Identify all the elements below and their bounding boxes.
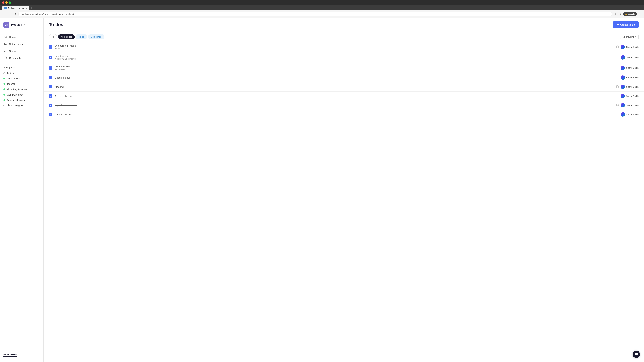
refresh-btn[interactable]: ↻ <box>15 13 17 15</box>
create-todo-btn[interactable]: + Create to-do <box>613 21 639 28</box>
todo-checkbox[interactable]: ✓ <box>49 94 52 98</box>
doc-icon <box>616 45 619 49</box>
window-max-btn[interactable] <box>9 1 11 4</box>
job-label: Marketing Associate <box>7 88 28 91</box>
doc-icon <box>616 85 619 88</box>
address-bar[interactable]: app.homerun.co/todos?owner=user&status=c… <box>18 12 612 16</box>
notifications-icon <box>3 42 7 46</box>
job-item-trainer[interactable]: Trainer <box>0 70 44 76</box>
assignee-name: Shane Smith <box>626 56 639 59</box>
todo-checkbox[interactable]: ✓ <box>49 66 52 69</box>
job-item-web-dev[interactable]: Web Developer <box>0 92 44 97</box>
window-controls <box>2 1 11 4</box>
menu-btn[interactable]: ⋮ <box>638 12 642 16</box>
job-item-visual-designer[interactable]: Visual Designer <box>0 103 44 108</box>
bookmark-btn[interactable]: ☆ <box>614 12 618 16</box>
todo-content: Sign the documents <box>55 104 614 107</box>
todo-assignee: Shane Smith <box>620 66 639 70</box>
todo-title: Give instructions <box>55 113 618 116</box>
filter-todo[interactable]: To-do <box>76 34 87 39</box>
new-tab-btn[interactable]: + <box>31 6 32 10</box>
page-title: To-dos <box>49 22 63 27</box>
todo-title: Meeting <box>55 85 614 88</box>
todo-checkbox[interactable]: ✓ <box>49 45 52 49</box>
assignee-name: Shane Smith <box>626 104 639 107</box>
extensions-btn[interactable]: ⧉ <box>619 12 622 16</box>
tab-bar: H To-dos - Homerun ✕ + <box>0 5 644 10</box>
notifications-label: Notifications <box>9 42 23 45</box>
todo-checkbox[interactable]: ✓ <box>49 85 52 88</box>
todo-meta: Shane Smith <box>620 94 639 98</box>
todo-item[interactable]: ✓ Docu Release Shane Smith <box>44 73 644 82</box>
grouping-dropdown[interactable]: No grouping ▾ <box>620 34 639 39</box>
todo-checkbox[interactable]: ✓ <box>49 56 52 59</box>
filter-all[interactable]: All <box>49 34 57 39</box>
todo-assignee: Shane Smith <box>620 85 639 89</box>
chat-bubble-btn[interactable] <box>632 351 640 358</box>
todo-item[interactable]: ✓ Meeting Shane Smith <box>44 82 644 91</box>
assignee-avatar <box>620 112 625 117</box>
todo-list: ✓ Onboarding Huddle today Shane Smith <box>44 42 644 362</box>
sidebar-item-home[interactable]: Home <box>0 33 44 40</box>
checkmark-icon: ✓ <box>50 76 52 79</box>
org-dropdown-arrow[interactable]: ▾ <box>24 24 26 26</box>
assignee-name: Shane Smith <box>626 95 639 97</box>
window-min-btn[interactable] <box>5 1 8 4</box>
job-dot-active <box>3 83 5 85</box>
create-todo-plus-icon: + <box>617 23 619 27</box>
main-content: To-dos + Create to-do All Your to-dos To… <box>44 18 644 362</box>
job-item-marketing[interactable]: Marketing Associate <box>0 87 44 92</box>
homerun-wordmark: HOMERUN <box>3 354 17 357</box>
your-jobs-section[interactable]: Your jobs ▾ <box>0 64 44 70</box>
forward-btn[interactable]: → <box>8 12 13 16</box>
filter-bar: All Your to-dos To-do Completed No group… <box>44 32 644 42</box>
todo-item[interactable]: ✓ Sign the documents Shane Smith <box>44 101 644 110</box>
job-item-account-mgr[interactable]: Account Manager <box>0 97 44 103</box>
todo-meta: Shane Smith <box>616 85 639 89</box>
todo-meta: Shane Smith <box>620 66 639 70</box>
todo-content: Release the docus <box>55 95 618 97</box>
todo-title: Sign the documents <box>55 104 614 107</box>
todo-meta: Shane Smith <box>620 55 639 60</box>
job-item-content-writer[interactable]: Content Writer <box>0 76 44 81</box>
tab-close-btn[interactable]: ✕ <box>26 7 27 9</box>
jobs-chevron: ▾ <box>14 66 16 68</box>
back-btn[interactable]: ← <box>2 12 7 16</box>
checkmark-icon: ✓ <box>50 66 52 69</box>
todo-title: Release the docus <box>55 95 618 97</box>
window-close-btn[interactable] <box>2 1 4 4</box>
todo-meta: Shane Smith <box>616 45 639 49</box>
org-name: Moodjoy <box>11 23 22 26</box>
active-tab[interactable]: H To-dos - Homerun ✕ <box>2 6 29 10</box>
todo-item[interactable]: ✓ Give instructions Shane Smith <box>44 110 644 119</box>
todo-title: Onboarding Huddle <box>55 44 614 47</box>
todo-content: Give instructions <box>55 113 618 116</box>
todo-checkbox[interactable]: ✓ <box>49 76 52 79</box>
assignee-avatar <box>620 75 625 80</box>
svg-line-1 <box>6 51 6 52</box>
filter-your-todos[interactable]: Your to-dos <box>58 34 75 39</box>
todo-assignee: Shane Smith <box>620 45 639 49</box>
incognito-icon: 🕵 <box>625 13 627 15</box>
todo-item[interactable]: ✓ For innterview James Dell Shane Smith <box>44 63 644 73</box>
sidebar-logo: HOMERUN <box>0 351 44 359</box>
search-label: Search <box>9 50 17 52</box>
todo-content: Onboarding Huddle today <box>55 44 614 50</box>
sidebar-item-notifications[interactable]: Notifications <box>0 40 44 47</box>
todo-item[interactable]: ✓ Release the docus Shane Smith <box>44 91 644 101</box>
url-text: app.homerun.co/todos?owner=user&status=c… <box>21 13 74 15</box>
todo-checkbox[interactable]: ✓ <box>49 104 52 107</box>
filter-completed[interactable]: Completed <box>88 34 104 39</box>
create-job-icon <box>3 56 7 60</box>
doc-icon <box>616 104 619 107</box>
job-item-teacher[interactable]: Teacher <box>0 81 44 87</box>
create-todo-label: Create to-do <box>620 23 635 26</box>
sidebar-item-search[interactable]: Search <box>0 47 44 54</box>
todo-content: for interview Kimberly Dale tomorrow <box>55 55 618 60</box>
todo-checkbox[interactable]: ✓ <box>49 113 52 116</box>
todo-item[interactable]: ✓ Onboarding Huddle today Shane Smith <box>44 42 644 52</box>
sidebar-divider-1 <box>0 32 44 32</box>
job-label: Web Developer <box>7 93 23 96</box>
todo-item[interactable]: ✓ for interview Kimberly Dale tomorrow S… <box>44 52 644 63</box>
sidebar-item-create-job[interactable]: Create job <box>0 54 44 61</box>
